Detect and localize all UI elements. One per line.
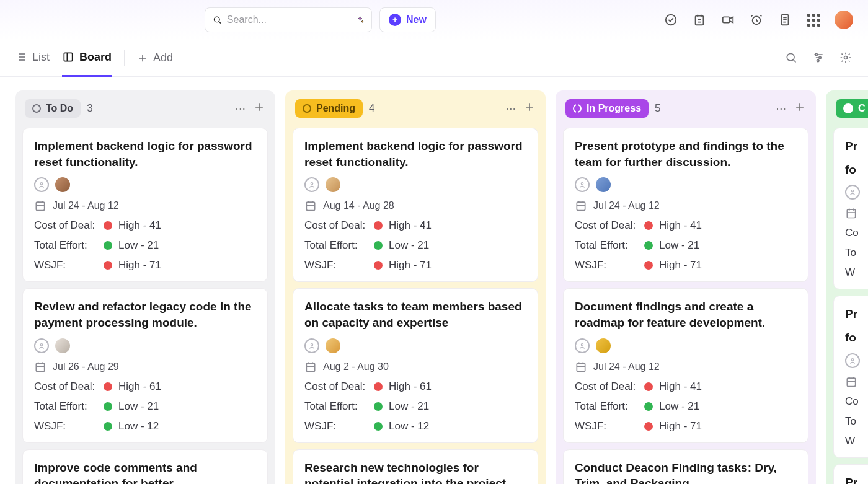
metric-label: Total Effort:	[575, 400, 644, 413]
card-date-row: Jul 24 - Aug 12	[575, 361, 797, 373]
card-title: Pr	[845, 138, 868, 154]
task-card[interactable]: Conduct Deacon Finding tasks: Dry, Trim,…	[563, 449, 808, 484]
column-todo: To Do3···Implement backend logic for pas…	[15, 90, 275, 484]
metric-label: Cost of Deal:	[575, 381, 644, 393]
priority-dot-low	[374, 241, 383, 250]
assignee-placeholder-icon[interactable]	[575, 177, 590, 192]
column-add-icon[interactable]	[253, 101, 265, 117]
assignee-placeholder-icon[interactable]	[575, 338, 590, 353]
assignee-avatar[interactable]	[596, 338, 611, 353]
task-card[interactable]: Document findings and create a roadmap f…	[563, 288, 808, 442]
alarm-icon[interactable]	[749, 12, 764, 27]
gear-icon[interactable]	[839, 51, 853, 65]
column-more-icon[interactable]: ···	[505, 101, 516, 117]
task-card[interactable]: Implement backend logic for password res…	[22, 128, 268, 282]
status-pill-pending[interactable]: Pending	[295, 99, 363, 118]
assignee-placeholder-icon[interactable]	[845, 185, 860, 200]
user-avatar[interactable]	[835, 11, 853, 29]
assignee-placeholder-icon[interactable]	[304, 338, 319, 353]
metric-value: Low - 12	[118, 420, 159, 433]
view-separator	[124, 50, 125, 66]
card-date: Jul 24 - Aug 12	[593, 200, 660, 211]
assignee-placeholder-icon[interactable]	[34, 177, 49, 192]
svg-point-0	[214, 17, 219, 22]
priority-dot-high	[644, 382, 653, 391]
svg-point-13	[817, 59, 819, 61]
task-card[interactable]: Allocate tasks to team members based on …	[293, 288, 538, 442]
card-date-row	[845, 207, 868, 219]
card-title-line2: fo	[845, 330, 868, 346]
metric-row-total_effort: Total Effort:Low - 21	[34, 400, 256, 413]
column-count: 5	[655, 102, 660, 115]
metric-label: Total Effort:	[304, 239, 374, 252]
assignee-placeholder-icon[interactable]	[304, 177, 319, 192]
new-button-label: New	[406, 14, 427, 25]
view-tab-board[interactable]: Board	[62, 40, 112, 77]
status-pill-todo[interactable]: To Do	[25, 99, 81, 118]
card-date-row: Aug 2 - Aug 30	[304, 361, 526, 373]
task-card[interactable]: Research new technologies for potential …	[293, 449, 538, 484]
apps-grid-icon[interactable]	[806, 12, 821, 27]
checkmark-circle-icon[interactable]	[663, 12, 678, 27]
new-button[interactable]: + New	[379, 7, 436, 32]
svg-point-11	[815, 53, 817, 55]
search-box[interactable]	[205, 7, 372, 32]
metric-label: WSJF:	[34, 420, 104, 433]
document-icon[interactable]	[777, 12, 792, 27]
sparkle-icon	[356, 15, 364, 25]
assignee-avatar[interactable]	[326, 177, 340, 192]
status-pill-inprogress[interactable]: In Progress	[565, 99, 649, 118]
view-tab-list[interactable]: List	[15, 40, 50, 77]
assignee-avatar[interactable]	[596, 177, 611, 192]
task-card[interactable]: PrfoCoToW	[833, 128, 868, 289]
priority-dot-high	[374, 382, 383, 391]
search-input[interactable]	[227, 14, 351, 25]
column-more-icon[interactable]: ···	[235, 101, 246, 117]
metric-row-cost_of_deal: Cost of Deal:High - 41	[304, 219, 526, 232]
task-card[interactable]: Review and refactor legacy code in the p…	[22, 288, 268, 442]
assignee-avatar[interactable]	[326, 338, 340, 353]
priority-dot-low	[374, 402, 383, 411]
metric-label: WSJF:	[575, 259, 644, 271]
assignee-avatar[interactable]	[55, 338, 70, 353]
card-date: Aug 2 - Aug 30	[323, 361, 389, 372]
task-card[interactable]: Improve code comments and documentation …	[22, 449, 268, 484]
metric-value: High - 71	[659, 420, 702, 433]
priority-dot-low	[104, 402, 112, 411]
metric-row-wsjf: WSJF:Low - 12	[34, 420, 256, 433]
search-view-icon[interactable]	[785, 51, 799, 65]
task-card[interactable]: Present prototype and findings to the te…	[563, 128, 808, 282]
video-icon[interactable]	[720, 12, 735, 27]
metric-row-wsjf: WSJF:High - 71	[575, 420, 797, 433]
column-complete: CPrfoCoToWPrfoCoToWPrfoCoToW	[826, 90, 868, 484]
card-title: Implement backend logic for password res…	[34, 138, 256, 170]
metric-row-wsjf: WSJF:High - 71	[575, 259, 797, 271]
priority-dot-high	[374, 221, 383, 230]
assignee-avatar[interactable]	[55, 177, 70, 192]
svg-point-21	[311, 343, 313, 346]
status-pill-label: Pending	[316, 103, 355, 114]
svg-point-9	[787, 53, 794, 61]
task-card[interactable]: PrfoCoToW	[833, 296, 868, 457]
card-title: Research new technologies for potential …	[304, 460, 526, 484]
metric-label: Cost of Deal:	[304, 381, 374, 393]
card-title-line2: fo	[845, 162, 868, 178]
column-more-icon[interactable]: ···	[776, 101, 786, 117]
column-pending: Pending4···Implement backend logic for p…	[285, 90, 546, 484]
svg-rect-30	[847, 378, 855, 386]
add-view-button[interactable]: Add	[137, 51, 173, 64]
notepad-icon[interactable]	[692, 12, 707, 27]
assignee-placeholder-icon[interactable]	[845, 353, 860, 368]
metric-row-cost_of_deal: Cost of Deal:High - 61	[34, 381, 256, 393]
assignee-placeholder-icon[interactable]	[34, 338, 49, 353]
svg-point-15	[40, 183, 43, 185]
priority-dot-low	[374, 422, 383, 431]
filter-icon[interactable]	[812, 51, 826, 65]
column-add-icon[interactable]	[523, 101, 536, 117]
svg-rect-22	[306, 363, 314, 371]
card-date: Jul 26 - Aug 29	[53, 361, 119, 372]
task-card[interactable]: PrfoCoToW	[833, 464, 868, 484]
column-add-icon[interactable]	[794, 101, 806, 117]
status-pill-complete[interactable]: C	[836, 99, 868, 118]
task-card[interactable]: Implement backend logic for password res…	[293, 128, 538, 282]
